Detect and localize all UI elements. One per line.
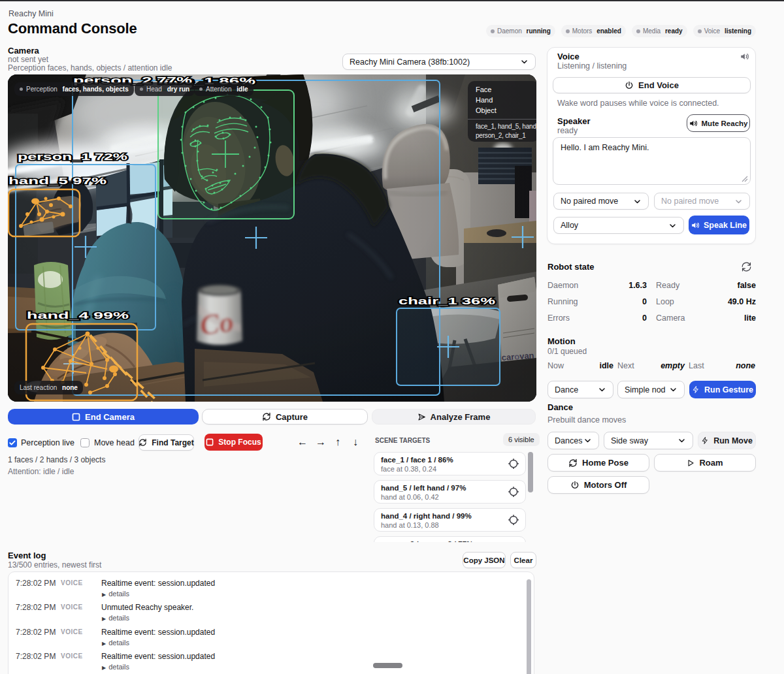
svg-text:hand_4 99%: hand_4 99% [27,310,129,321]
svg-text:chair_1 36%: chair_1 36% [399,295,495,306]
svg-text:hand_5 97%: hand_5 97% [8,175,106,186]
svg-text:person_1 72%: person_1 72% [18,151,127,162]
